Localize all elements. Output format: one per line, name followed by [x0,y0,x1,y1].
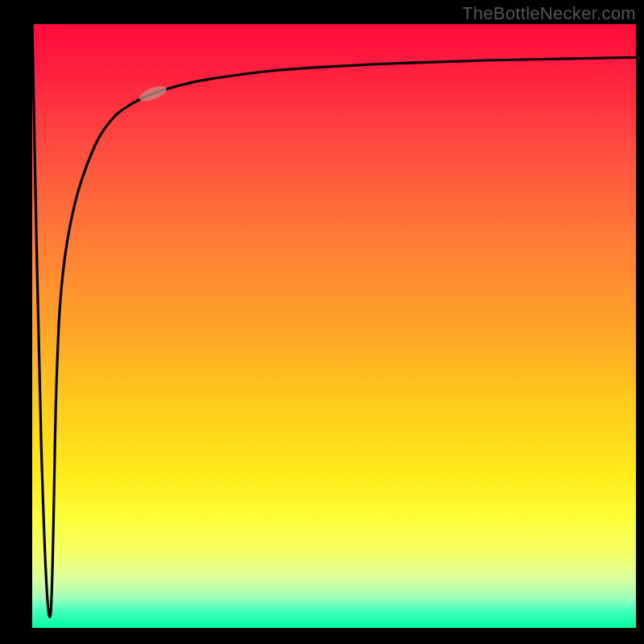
plot-area [32,24,636,628]
attribution-text: TheBottleNecker.com [462,3,636,24]
bottleneck-curve [32,24,636,628]
curve-marker [138,83,169,104]
chart-frame: TheBottleNecker.com [0,0,644,644]
curve-path [32,24,636,617]
